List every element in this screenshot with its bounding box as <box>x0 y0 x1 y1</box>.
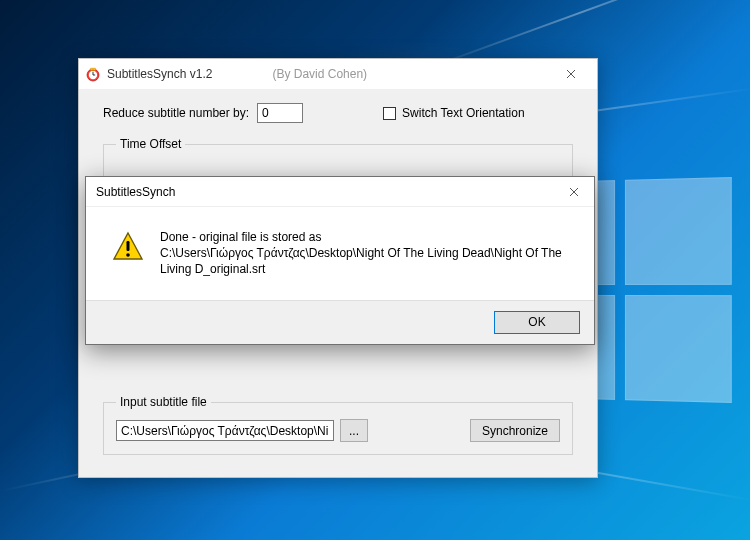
window-title: SubtitlesSynch v1.2 <box>107 67 212 81</box>
dialog-message-line1: Done - original file is stored as <box>160 229 576 245</box>
window-byline: (By David Cohen) <box>272 67 367 81</box>
dialog-actions: OK <box>86 300 594 344</box>
close-icon[interactable] <box>551 59 591 89</box>
warning-icon <box>112 231 144 263</box>
message-dialog: SubtitlesSynch Done - original file is s… <box>85 176 595 345</box>
synchronize-button[interactable]: Synchronize <box>470 419 560 442</box>
input-file-legend: Input subtitle file <box>116 395 211 409</box>
dialog-message-line2: C:\Users\Γιώργος Τράντζας\Desktop\Night … <box>160 245 576 277</box>
input-file-path[interactable] <box>116 420 334 441</box>
reduce-label: Reduce subtitle number by: <box>103 106 249 120</box>
browse-button[interactable]: ... <box>340 419 368 442</box>
switch-orientation-label: Switch Text Orientation <box>402 106 525 120</box>
close-icon[interactable] <box>554 177 594 207</box>
main-titlebar[interactable]: SubtitlesSynch v1.2 (By David Cohen) <box>79 59 597 89</box>
svg-rect-3 <box>93 70 94 72</box>
time-offset-legend: Time Offset <box>116 137 185 151</box>
dialog-message: Done - original file is stored as C:\Use… <box>160 229 576 278</box>
input-file-group: Input subtitle file ... Synchronize <box>103 395 573 455</box>
app-icon <box>85 66 101 82</box>
ok-button[interactable]: OK <box>494 311 580 334</box>
checkbox-icon <box>383 107 396 120</box>
svg-rect-7 <box>127 241 130 251</box>
dialog-content: Done - original file is stored as C:\Use… <box>86 207 594 300</box>
reduce-number-input[interactable] <box>257 103 303 123</box>
dialog-title: SubtitlesSynch <box>96 185 175 199</box>
svg-point-8 <box>126 253 130 257</box>
switch-orientation-checkbox[interactable]: Switch Text Orientation <box>383 106 525 120</box>
dialog-titlebar[interactable]: SubtitlesSynch <box>86 177 594 207</box>
